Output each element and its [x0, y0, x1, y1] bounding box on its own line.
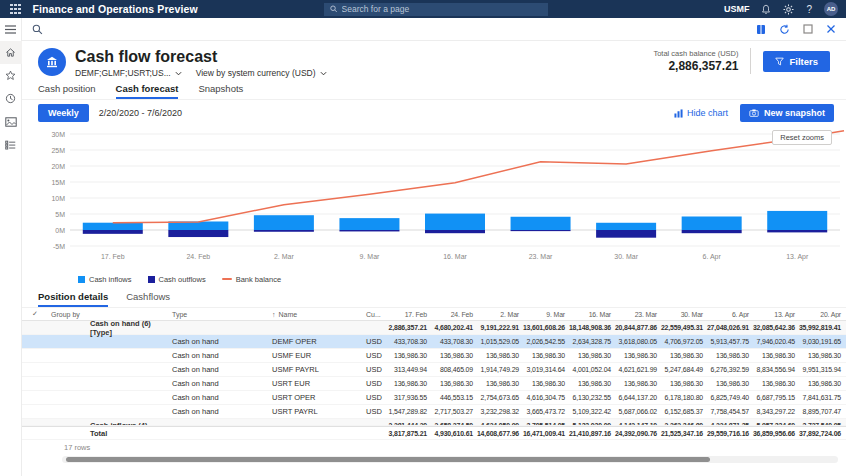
maximize-icon[interactable]: [803, 24, 813, 34]
forecast-chart[interactable]: 30M25M20M15M10M5M0M-5M17. Feb24. Feb2. M…: [30, 128, 846, 268]
group-row[interactable]: Cash inflows (4) [Type]2,281,444.202,658…: [22, 419, 846, 426]
inflow-bar[interactable]: [425, 214, 485, 230]
settings-gear-icon[interactable]: [783, 4, 794, 15]
amount-cell: 136,986.30: [522, 352, 568, 359]
legend-bank-balance[interactable]: Bank balance: [222, 275, 281, 284]
company-selector[interactable]: USMF: [724, 4, 750, 14]
hamburger-menu-icon[interactable]: [0, 18, 22, 41]
column-header-date[interactable]: 30. Mar: [660, 311, 706, 318]
new-snapshot-button[interactable]: New snapshot: [740, 104, 834, 122]
currency-cell: USD: [360, 393, 384, 402]
outflow-bar[interactable]: [254, 230, 314, 232]
legend-cash-outflows[interactable]: Cash outflows: [148, 275, 206, 284]
sidebar-item-home[interactable]: [0, 41, 22, 64]
reset-zoom-button[interactable]: Reset zooms: [772, 130, 832, 145]
tab-cashflows[interactable]: Cashflows: [126, 291, 170, 307]
table-row[interactable]: Cash on handUSMF PAYRLUSD313,449.94808,4…: [22, 363, 846, 377]
sidebar-item-modules[interactable]: [0, 133, 22, 156]
outflow-bar[interactable]: [339, 230, 399, 231]
select-all-checkmark[interactable]: ✓: [22, 310, 48, 318]
column-header-name[interactable]: ↑Name: [264, 311, 360, 318]
table-row[interactable]: Cash on handUSMF EURUSD136,986.30136,986…: [22, 349, 846, 363]
sidebar-item-recent[interactable]: [0, 87, 22, 110]
amount-cell: 3,019,314.64: [522, 366, 568, 373]
amount-cell: 36,859,956.66: [752, 430, 798, 437]
currency-cell: USD: [360, 365, 384, 374]
outflow-bar[interactable]: [511, 230, 571, 231]
period-selector-button[interactable]: Weekly: [38, 104, 89, 122]
amount-cell: 3,232,298.32: [476, 408, 522, 415]
outflow-bar[interactable]: [596, 230, 656, 238]
amount-cell: 3,727,540.95: [798, 419, 844, 426]
amount-cell: 37,892,724.06: [798, 430, 844, 437]
view-by-selector[interactable]: View by system currency (USD): [196, 68, 327, 78]
page-search-icon[interactable]: [32, 24, 43, 35]
close-icon[interactable]: [826, 24, 836, 34]
sidebar-item-workspaces[interactable]: [0, 110, 22, 133]
column-header-date[interactable]: 17. Feb: [384, 311, 430, 318]
column-header-date[interactable]: 20. Apr: [798, 311, 844, 318]
column-header-date[interactable]: 9. Mar: [522, 311, 568, 318]
column-header-currency[interactable]: Cu...: [360, 311, 384, 318]
waffle-menu-icon[interactable]: [10, 4, 21, 15]
amount-cell: 6,644,137.20: [614, 394, 660, 401]
amount-cell: 5,913,457.75: [706, 338, 752, 345]
balance-line[interactable]: [113, 131, 844, 223]
inflow-bar[interactable]: [511, 217, 571, 230]
tab-cash-position[interactable]: Cash position: [38, 83, 96, 99]
amount-cell: 136,986.30: [614, 352, 660, 359]
table-row[interactable]: Cash on handUSRT OPERUSD317,936.55446,55…: [22, 391, 846, 405]
refresh-icon[interactable]: [779, 24, 790, 35]
group-row[interactable]: Cash on hand (6) [Type]2,886,357.214,680…: [22, 321, 846, 335]
amount-cell: 2,658,274.50: [430, 419, 476, 426]
tab-position-details[interactable]: Position details: [38, 291, 108, 307]
avatar[interactable]: AD: [824, 2, 838, 16]
amount-cell: 136,986.30: [706, 352, 752, 359]
hide-chart-link[interactable]: Hide chart: [674, 108, 728, 118]
inflow-bar[interactable]: [767, 211, 827, 230]
legend-cash-inflows[interactable]: Cash inflows: [78, 275, 132, 284]
column-header-date[interactable]: 16. Mar: [568, 311, 614, 318]
column-header-date[interactable]: 13. Apr: [752, 311, 798, 318]
inflow-bar[interactable]: [254, 215, 314, 230]
column-header-date[interactable]: 6. Apr: [706, 311, 752, 318]
table-row[interactable]: Cash on handUSRT PAYRLUSD1,547,289.822,7…: [22, 405, 846, 419]
table-row[interactable]: Cash on handDEMF OPERUSD433,708.30433,70…: [22, 335, 846, 349]
inflow-bar[interactable]: [596, 223, 656, 230]
tab-cash-forecast[interactable]: Cash forecast: [116, 83, 179, 99]
column-header-date[interactable]: 2. Mar: [476, 311, 522, 318]
inflow-bar[interactable]: [83, 223, 143, 230]
total-row[interactable]: Total3,817,875.214,930,610.6114,608,677.…: [22, 426, 846, 440]
global-search-input[interactable]: [342, 4, 542, 14]
outflow-bar[interactable]: [767, 230, 827, 232]
type-cell: Cash on hand: [164, 351, 264, 360]
outflow-bar[interactable]: [168, 230, 228, 237]
amount-cell: 8,343,297.22: [752, 408, 798, 415]
horizontal-scrollbar[interactable]: [62, 456, 838, 463]
amount-cell: 24,392,090.76: [614, 430, 660, 437]
column-header-type[interactable]: Type: [164, 311, 264, 318]
scope-selector[interactable]: DEMF;GLMF;USRT;US...: [75, 68, 182, 78]
grid-body: Cash on hand (6) [Type]2,886,357.214,680…: [22, 321, 846, 440]
inflow-bar[interactable]: [339, 218, 399, 230]
column-header-date[interactable]: 24. Feb: [430, 311, 476, 318]
help-icon[interactable]: ?: [806, 4, 812, 15]
sidebar-item-favorites[interactable]: [0, 64, 22, 87]
notifications-bell-icon[interactable]: [761, 4, 771, 15]
outflow-bar[interactable]: [682, 230, 742, 233]
outflow-bar[interactable]: [83, 230, 143, 234]
column-header-group-by[interactable]: Group by: [48, 311, 164, 318]
task-guide-icon[interactable]: [756, 24, 766, 35]
table-row[interactable]: Cash on handUSRT EURUSD136,986.30136,986…: [22, 377, 846, 391]
outflow-bar[interactable]: [425, 230, 485, 233]
scrollbar-thumb[interactable]: [66, 457, 710, 462]
filters-button[interactable]: Filters: [763, 51, 830, 72]
inflow-bar[interactable]: [682, 216, 742, 230]
tab-snapshots[interactable]: Snapshots: [198, 83, 243, 99]
amount-cell: 18,148,908.36: [568, 324, 614, 331]
global-search[interactable]: [324, 3, 548, 16]
amount-cell: 4,621,621.99: [614, 366, 660, 373]
amount-cell: 3,817,875.21: [384, 430, 430, 437]
column-header-date[interactable]: 23. Mar: [614, 311, 660, 318]
amount-cell: 32,085,642.36: [752, 324, 798, 331]
